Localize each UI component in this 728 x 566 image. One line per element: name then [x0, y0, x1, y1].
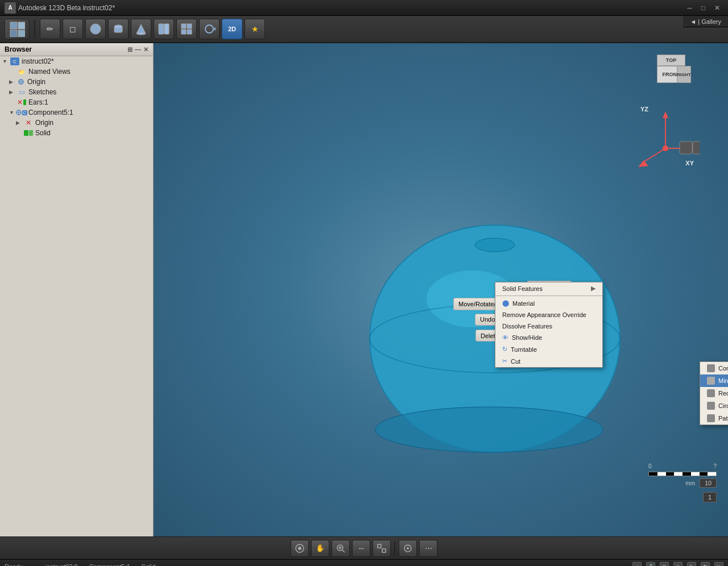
- nav-cube[interactable]: TOP FRONT RIGHT: [648, 55, 694, 100]
- status-zoom-pct: %: [714, 562, 723, 567]
- submenu-circular[interactable]: Circular Pattern: [700, 399, 728, 412]
- status-snap[interactable]: ⊙: [673, 562, 682, 567]
- svg-point-16: [205, 25, 213, 33]
- toolbar-rotate-button[interactable]: [199, 19, 220, 39]
- ctx-cut[interactable]: ✂ Cut: [495, 355, 602, 367]
- status-refresh[interactable]: ↻: [687, 562, 696, 567]
- axis-arrows: [631, 106, 700, 174]
- ruler-controls: mm 10: [685, 478, 717, 488]
- svg-point-50: [407, 547, 409, 550]
- browser-grid-button[interactable]: ⊞: [127, 46, 133, 53]
- nav-home-button[interactable]: [291, 540, 309, 557]
- svg-point-29: [375, 407, 603, 452]
- svg-rect-13: [187, 24, 192, 28]
- ruler-seg-3: [666, 472, 675, 476]
- submenu-path-icon: [707, 414, 715, 422]
- submenu-mirror-icon: [707, 377, 715, 385]
- ctx-solid-features-label: Solid Features: [502, 285, 543, 292]
- browser-minimize-button[interactable]: —: [135, 46, 141, 53]
- submenu-rectangular-label: Rectangular Pattern: [718, 390, 728, 397]
- submenu-combine[interactable]: Combine: [700, 362, 728, 374]
- status-component: Component5:1: [89, 563, 130, 567]
- tree-arrow-sketches: ▶: [9, 89, 15, 95]
- gallery-tab[interactable]: ◄ | Gallery: [683, 16, 728, 27]
- tree-arrow-root: ▼: [2, 59, 8, 64]
- ctx-solid-features[interactable]: Solid Features ▶: [495, 282, 602, 294]
- submenu-mirror[interactable]: Mirror: [700, 374, 728, 387]
- main-layout: Browser ⊞ — ✕ ▼ C instruct02* 📁 Named Vi…: [0, 43, 728, 536]
- ctx-dissolve-features[interactable]: Dissolve Features: [495, 321, 602, 332]
- submenu-rectangular-icon: [707, 389, 715, 397]
- browser-close-button[interactable]: ✕: [143, 46, 148, 53]
- bottom-toolbar: ✋ ↔ ⋯: [0, 536, 728, 559]
- status-check[interactable]: ✓: [632, 562, 642, 567]
- tree-icon-origin: [17, 78, 25, 85]
- ctx-cut-icon: ✂: [502, 357, 507, 365]
- tree-item-origin[interactable]: ▶ Origin: [0, 77, 153, 87]
- tree-item-component5[interactable]: ▼ C Component5:1: [0, 107, 153, 118]
- tree-label-solid: Solid: [35, 129, 51, 137]
- cube-top-face[interactable]: TOP: [657, 55, 685, 66]
- toolbar-sphere-button[interactable]: [85, 19, 106, 39]
- tree-arrow-origin-2: ▶: [16, 120, 22, 126]
- tree-arrow-origin: ▶: [9, 79, 15, 85]
- viewport[interactable]: TOP FRONT RIGHT YZ XY: [154, 43, 728, 536]
- submenu-path-label: Pattern along Path: [718, 415, 728, 422]
- svg-rect-15: [187, 30, 192, 34]
- nav-more-button[interactable]: ⋯: [419, 540, 437, 557]
- ctx-solid-features-arrow: ▶: [591, 285, 595, 292]
- tree-item-origin-2[interactable]: ▶ ✕ Origin: [0, 118, 153, 128]
- ctx-remove-appearance[interactable]: Remove Appearance Override: [495, 309, 602, 321]
- ctx-turntable-icon: ↻: [502, 346, 507, 353]
- status-display[interactable]: ◧: [701, 562, 710, 567]
- toolbar-logo[interactable]: [5, 19, 30, 39]
- tree-item-sketches[interactable]: ▶ ▭ Sketches: [0, 87, 153, 97]
- browser-title: Browser: [5, 45, 32, 53]
- nav-display-button[interactable]: [399, 540, 417, 557]
- toolbar-2d-button[interactable]: 2D: [222, 19, 242, 39]
- ctx-remove-appearance-label: Remove Appearance Override: [502, 311, 586, 318]
- status-grid[interactable]: ⊞: [660, 562, 669, 567]
- browser-header: Browser ⊞ — ✕: [0, 43, 153, 56]
- ruler-seg-2: [657, 472, 666, 476]
- tree-item-solid[interactable]: Solid: [0, 128, 153, 138]
- svg-rect-14: [181, 30, 186, 34]
- svg-line-44: [342, 550, 345, 552]
- ctx-material[interactable]: ⬤ Material: [495, 297, 602, 309]
- submenu-combine-icon: [707, 364, 715, 372]
- minimize-button[interactable]: ─: [684, 3, 696, 13]
- tree-item-named-views[interactable]: 📁 Named Views: [0, 66, 153, 77]
- browser-controls: ⊞ — ✕: [127, 46, 148, 53]
- toolbar-star-button[interactable]: ★: [245, 19, 265, 39]
- close-button[interactable]: ✕: [711, 3, 723, 13]
- ruler-seg-1: [649, 472, 657, 476]
- nav-zoom-button[interactable]: [332, 540, 350, 557]
- submenu-rectangular[interactable]: Rectangular Pattern: [700, 387, 728, 399]
- toolbar-cone-button[interactable]: [131, 19, 151, 39]
- cube-right-face[interactable]: RIGHT: [677, 66, 691, 83]
- svg-point-4: [90, 24, 101, 34]
- ruler-seg-8: [708, 472, 716, 476]
- ruler-bar: [648, 472, 717, 476]
- toolbar-split-button[interactable]: [154, 19, 174, 39]
- tree-label-root: instruct02*: [22, 57, 54, 65]
- tree-item-root[interactable]: ▼ C instruct02*: [0, 56, 153, 66]
- toolbar-grid-button[interactable]: [176, 19, 197, 39]
- submenu-path[interactable]: Pattern along Path: [700, 412, 728, 424]
- svg-rect-47: [378, 544, 381, 548]
- nav-pan-button[interactable]: ✋: [311, 540, 329, 557]
- title-left: A Autodesk 123D Beta instruct02*: [5, 2, 115, 14]
- maximize-button[interactable]: □: [698, 3, 709, 13]
- nav-orbit-button[interactable]: ↔: [352, 540, 370, 557]
- ctx-show-hide[interactable]: 👁 Show/Hide: [495, 332, 602, 343]
- status-ready: Ready: [5, 563, 23, 567]
- tree-item-ears[interactable]: ✕ Ears:1: [0, 97, 153, 107]
- toolbar-box-button[interactable]: ◻: [63, 19, 83, 39]
- toolbar-pencil-button[interactable]: ✏: [40, 19, 60, 39]
- status-lock[interactable]: 🔒: [646, 562, 655, 567]
- ctx-turntable[interactable]: ↻ Turntable: [495, 343, 602, 355]
- ruler-max: ?: [713, 463, 717, 469]
- svg-rect-11: [164, 24, 169, 34]
- toolbar-cylinder-button[interactable]: [108, 19, 129, 39]
- nav-fit-button[interactable]: [373, 540, 391, 557]
